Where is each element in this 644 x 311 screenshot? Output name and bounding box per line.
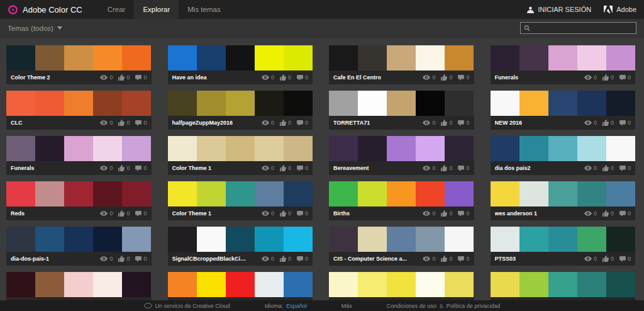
color-swatch[interactable] [122,181,151,206]
terms-link[interactable]: Condiciones de uso [387,303,436,309]
comments-stat[interactable]: 0 [135,256,147,262]
color-swatch[interactable] [491,45,519,71]
search-input[interactable] [533,25,633,32]
color-swatch[interactable] [445,181,474,206]
color-swatch[interactable] [358,136,387,161]
likes-stat[interactable]: 0 [280,74,291,81]
color-swatch[interactable] [548,91,577,116]
color-swatch[interactable] [548,181,577,206]
color-swatch[interactable] [606,91,635,116]
likes-stat[interactable]: 0 [118,74,130,81]
color-swatch[interactable] [64,272,93,297]
brand[interactable]: Adobe Color CC [8,4,82,15]
color-swatch[interactable] [519,136,548,161]
color-swatch[interactable] [445,91,474,116]
color-swatch[interactable] [64,181,93,206]
comments-stat[interactable]: 0 [458,120,469,126]
color-swatch[interactable] [519,45,548,71]
color-swatch[interactable] [226,136,255,161]
adobe-button[interactable]: Adobe [604,6,636,13]
likes-stat[interactable]: 0 [118,210,130,217]
color-swatch[interactable] [93,272,122,297]
color-swatch[interactable] [6,136,35,161]
color-swatch[interactable] [329,45,358,71]
color-swatch[interactable] [168,181,197,206]
theme-card[interactable]: Color Theme 1 0 0 [168,181,313,220]
color-swatch[interactable] [226,181,255,206]
color-swatch[interactable] [284,91,313,116]
likes-stat[interactable]: 0 [118,256,130,262]
likes-stat[interactable]: 0 [602,256,614,262]
color-swatch[interactable] [197,45,226,71]
color-swatch[interactable] [168,227,197,252]
color-swatch[interactable] [35,272,64,297]
color-swatch[interactable] [548,136,577,161]
likes-stat[interactable]: 0 [441,74,452,81]
color-swatch[interactable] [255,181,284,206]
comments-stat[interactable]: 0 [458,210,469,217]
likes-stat[interactable]: 0 [280,256,291,262]
comments-stat[interactable]: 0 [135,120,147,126]
color-swatch[interactable] [445,272,474,297]
color-swatch[interactable] [416,45,445,71]
color-swatch[interactable] [606,45,635,71]
color-swatch[interactable] [358,91,387,116]
likes-stat[interactable]: 0 [441,256,452,262]
comments-stat[interactable]: 0 [135,74,147,81]
color-swatch[interactable] [491,227,519,252]
color-swatch[interactable] [284,181,313,206]
color-swatch[interactable] [416,136,445,161]
comments-stat[interactable]: 0 [619,74,631,81]
theme-card[interactable]: wes anderson 1 0 0 [491,181,636,220]
color-swatch[interactable] [122,272,151,297]
privacy-link[interactable]: Política de privacidad [447,303,501,309]
likes-stat[interactable]: 0 [118,165,130,171]
comments-stat[interactable]: 0 [619,256,631,262]
color-swatch[interactable] [35,136,64,161]
theme-card[interactable]: Funerals 0 0 [491,45,636,84]
likes-stat[interactable]: 0 [118,120,130,126]
color-swatch[interactable] [387,227,416,252]
likes-stat[interactable]: 0 [280,120,291,126]
color-swatch[interactable] [168,136,197,161]
color-swatch[interactable] [519,227,548,252]
more-link[interactable]: Más [341,303,352,309]
color-swatch[interactable] [519,272,548,297]
color-swatch[interactable] [491,181,519,206]
color-swatch[interactable] [329,181,358,206]
color-swatch[interactable] [93,136,122,161]
comments-stat[interactable]: 0 [135,210,147,217]
language-value[interactable]: Español [286,303,307,309]
color-swatch[interactable] [416,181,445,206]
color-swatch[interactable] [284,45,313,71]
color-swatch[interactable] [6,181,35,206]
likes-stat[interactable]: 0 [280,165,291,171]
likes-stat[interactable]: 0 [602,165,614,171]
color-swatch[interactable] [6,45,35,71]
color-swatch[interactable] [64,91,93,116]
color-swatch[interactable] [577,136,606,161]
color-swatch[interactable] [122,91,151,116]
color-swatch[interactable] [122,45,151,71]
color-swatch[interactable] [577,181,606,206]
comments-stat[interactable]: 0 [458,165,469,171]
comments-stat[interactable]: 0 [297,165,308,171]
theme-card[interactable]: NEW 2016 0 0 [491,91,636,130]
theme-card[interactable]: CIS - Computer Science a... 0 0 [329,227,474,266]
theme-card[interactable]: PTSS03 0 0 0 [491,227,636,266]
theme-card[interactable]: Births 0 0 0 [329,181,474,220]
color-swatch[interactable] [168,45,197,71]
color-swatch[interactable] [255,91,284,116]
color-swatch[interactable] [577,45,606,71]
color-swatch[interactable] [387,91,416,116]
color-swatch[interactable] [577,272,606,297]
color-swatch[interactable] [255,227,284,252]
color-swatch[interactable] [35,45,64,71]
comments-stat[interactable]: 0 [297,74,308,81]
theme-card[interactable]: SignalCBcroppedBlackCir... 0 0 [168,227,313,266]
likes-stat[interactable]: 0 [441,120,452,126]
color-swatch[interactable] [226,227,255,252]
color-swatch[interactable] [284,272,313,297]
likes-stat[interactable]: 0 [441,165,452,171]
color-swatch[interactable] [329,227,358,252]
